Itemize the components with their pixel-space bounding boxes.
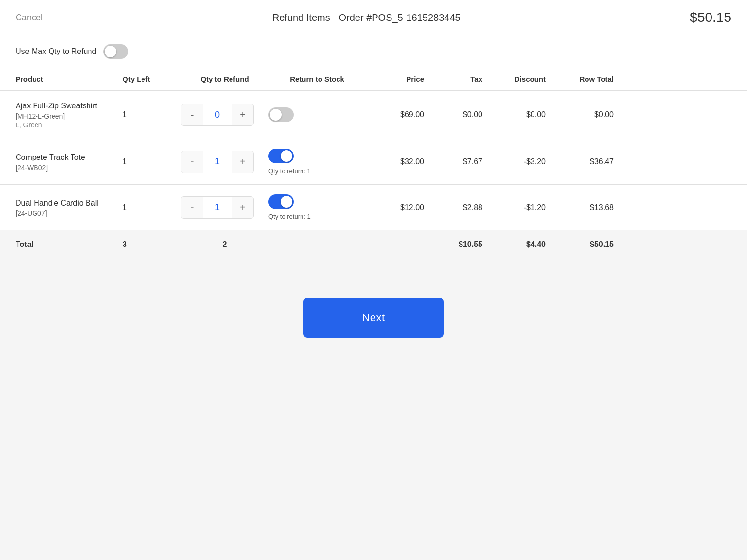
product-name: Dual Handle Cardio Ball [16,198,123,209]
return-to-stock: Qty to return: 1 [268,149,366,175]
return-toggle[interactable] [268,194,294,209]
qty-return-label: Qty to return: 1 [268,167,311,175]
max-qty-bar: Use Max Qty to Refund [0,35,747,68]
total-tax: $10.55 [429,240,487,249]
row-total: $13.68 [551,203,614,212]
col-tax-header: Tax [429,75,487,83]
col-price-header: Price [366,75,429,83]
product-name: Ajax Full-Zip Sweatshirt [16,101,123,111]
total-qty-left: 3 [123,240,181,249]
col-return-header: Return to Stock [268,75,366,83]
row-total: $0.00 [551,110,614,119]
col-discount-header: Discount [487,75,551,83]
qty-return-label: Qty to return: 1 [268,213,311,220]
row-total: $36.47 [551,158,614,166]
qty-stepper: - 1 + [181,196,254,219]
total-label: Total [16,240,123,249]
decrement-button[interactable]: - [181,151,203,173]
toggle-track [268,149,294,163]
product-sku: [24-WB02] [16,164,123,172]
refund-table: Product Qty Left Qty to Refund Return to… [0,68,747,259]
header: Cancel Refund Items - Order #POS_5-16152… [0,0,747,35]
order-amount: $50.15 [690,10,731,25]
return-toggle[interactable] [268,149,294,163]
qty-left: 1 [123,110,181,119]
stepper-value: 1 [203,202,232,212]
discount: -$1.20 [487,203,551,212]
footer: Next [0,259,747,367]
col-qty-left-header: Qty Left [123,75,181,83]
toggle-thumb [281,150,292,162]
qty-left: 1 [123,203,181,212]
stepper-value: 1 [203,157,232,167]
qty-stepper-container: - 1 + [181,151,268,173]
discount: -$3.20 [487,158,551,166]
qty-stepper-container: - 0 + [181,104,268,126]
increment-button[interactable]: + [232,151,253,173]
toggle-track [268,107,294,122]
total-row-total: $50.15 [551,240,614,249]
table-row: Compete Track Tote [24-WB02] 1 - 1 + Qty… [0,139,747,185]
tax: $7.67 [429,158,487,166]
toggle-track [103,44,128,59]
product-name: Compete Track Tote [16,152,123,163]
table-row: Ajax Full-Zip Sweatshirt [MH12-L-Green] … [0,91,747,139]
max-qty-toggle[interactable] [103,44,128,59]
tax: $0.00 [429,110,487,119]
cancel-button[interactable]: Cancel [16,13,43,23]
return-toggle[interactable] [268,107,294,122]
toggle-thumb [105,46,116,57]
increment-button[interactable]: + [232,104,253,125]
max-qty-label: Use Max Qty to Refund [16,47,96,56]
product-sku: [MH12-L-Green] [16,112,123,120]
page-title: Refund Items - Order #POS_5-1615283445 [272,12,461,23]
price: $69.00 [366,110,429,119]
product-sku: [24-UG07] [16,210,123,217]
return-to-stock: Qty to return: 1 [268,194,366,220]
price: $32.00 [366,158,429,166]
stepper-value: 0 [203,110,232,120]
total-discount: -$4.40 [487,240,551,249]
decrement-button[interactable]: - [181,197,203,218]
price: $12.00 [366,203,429,212]
discount: $0.00 [487,110,551,119]
qty-stepper-container: - 1 + [181,196,268,219]
product-info: Compete Track Tote [24-WB02] [16,152,123,172]
toggle-track [268,194,294,209]
product-info: Ajax Full-Zip Sweatshirt [MH12-L-Green] … [16,101,123,129]
col-qty-refund-header: Qty to Refund [181,75,268,83]
table-header: Product Qty Left Qty to Refund Return to… [0,68,747,91]
return-to-stock [268,107,366,122]
product-variant: L, Green [16,121,123,129]
next-button[interactable]: Next [303,298,443,338]
tax: $2.88 [429,203,487,212]
toggle-thumb [281,196,292,208]
table-row: Dual Handle Cardio Ball [24-UG07] 1 - 1 … [0,185,747,230]
qty-stepper: - 1 + [181,151,254,173]
total-row: Total 3 2 $10.55 -$4.40 $50.15 [0,230,747,259]
qty-left: 1 [123,158,181,166]
increment-button[interactable]: + [232,197,253,218]
product-info: Dual Handle Cardio Ball [24-UG07] [16,198,123,217]
toggle-thumb [270,109,282,121]
decrement-button[interactable]: - [181,104,203,125]
col-product-header: Product [16,75,123,83]
col-total-header: Row Total [551,75,614,83]
total-qty-refund: 2 [181,240,268,249]
qty-stepper: - 0 + [181,104,254,126]
